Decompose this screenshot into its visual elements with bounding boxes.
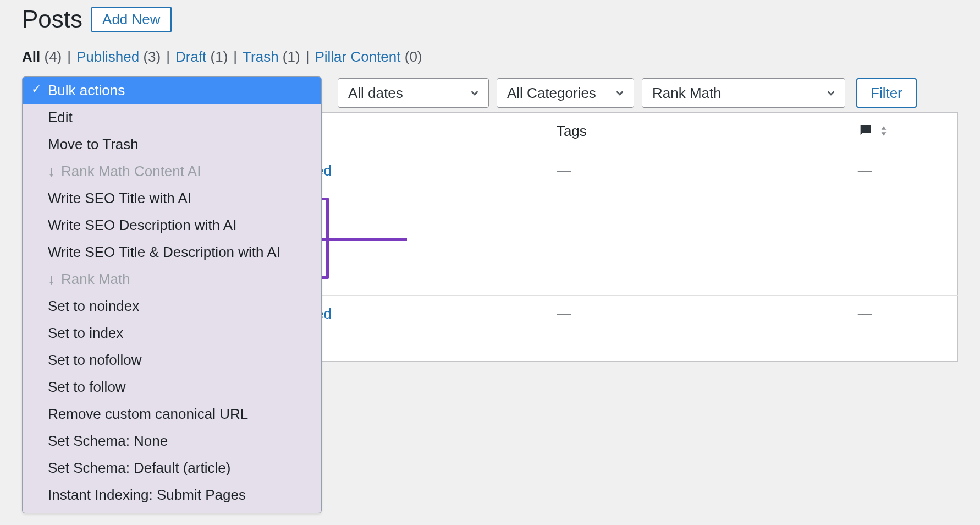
bulk-option-placeholder[interactable]: Bulk actions [23, 77, 321, 104]
filter-published[interactable]: Published (3) [76, 48, 161, 65]
bulk-group-content-ai: Rank Math Content AI [23, 158, 321, 185]
bulk-option-schema-default[interactable]: Set Schema: Default (article) [23, 455, 321, 482]
status-filters: All (4) | Published (3) | Draft (1) | Tr… [22, 48, 958, 65]
page-title: Posts [22, 6, 82, 33]
bulk-option-index[interactable]: Set to index [23, 320, 321, 347]
filter-pillar-count: (0) [405, 48, 422, 65]
filter-published-count: (3) [143, 48, 161, 65]
filter-trash-count: (1) [283, 48, 300, 65]
page-header: Posts Add New [22, 6, 958, 33]
cell-comments: — [847, 152, 958, 296]
chevron-down-icon [614, 87, 626, 99]
filter-draft-count: (1) [211, 48, 228, 65]
filter-button[interactable]: Filter [856, 78, 917, 108]
table-nav: Bulk actions Edit Move to Trash Rank Mat… [22, 76, 958, 110]
comment-icon [858, 123, 873, 142]
filter-all-count: (4) [44, 48, 62, 65]
bulk-option-trash[interactable]: Move to Trash [23, 131, 321, 158]
rank-math-select-value: Rank Math [652, 85, 722, 102]
svg-marker-0 [881, 126, 886, 130]
bulk-option-noindex[interactable]: Set to noindex [23, 293, 321, 320]
cell-tags: — [546, 296, 847, 362]
separator: | [306, 48, 310, 65]
bulk-option-follow[interactable]: Set to follow [23, 374, 321, 401]
bulk-option-instant-index[interactable]: Instant Indexing: Submit Pages [23, 482, 321, 508]
separator: | [67, 48, 71, 65]
bulk-option-nofollow[interactable]: Set to nofollow [23, 347, 321, 374]
col-comments[interactable] [847, 113, 958, 152]
dates-select-value: All dates [348, 85, 403, 102]
svg-marker-1 [881, 132, 886, 136]
sort-icon [879, 124, 889, 141]
chevron-down-icon [469, 87, 481, 99]
bulk-group-rank-math: Rank Math [23, 266, 321, 293]
categories-select[interactable]: All Categories [497, 78, 634, 108]
chevron-down-icon [825, 87, 837, 99]
filter-pillar[interactable]: Pillar Content (0) [315, 48, 422, 65]
filter-draft-label: Draft [175, 48, 206, 65]
bulk-option-schema-none[interactable]: Set Schema: None [23, 428, 321, 455]
bulk-option-write-desc[interactable]: Write SEO Description with AI [23, 212, 321, 239]
bulk-actions-dropdown[interactable]: Bulk actions Edit Move to Trash Rank Mat… [22, 76, 322, 513]
categories-select-value: All Categories [507, 85, 596, 102]
filter-all-label: All [22, 48, 40, 65]
filter-published-label: Published [76, 48, 139, 65]
col-tags[interactable]: Tags [546, 113, 847, 152]
cell-tags: — [546, 152, 847, 296]
cell-comments: — [847, 296, 958, 362]
bulk-option-edit[interactable]: Edit [23, 104, 321, 131]
bulk-option-remove-canonical[interactable]: Remove custom canonical URL [23, 401, 321, 428]
add-new-button[interactable]: Add New [91, 7, 172, 32]
filter-pillar-label: Pillar Content [315, 48, 400, 65]
separator: | [166, 48, 170, 65]
rank-math-select[interactable]: Rank Math [642, 78, 845, 108]
bulk-option-write-both[interactable]: Write SEO Title & Description with AI [23, 239, 321, 266]
dates-select[interactable]: All dates [338, 78, 489, 108]
filter-draft[interactable]: Draft (1) [175, 48, 228, 65]
filter-trash-label: Trash [243, 48, 279, 65]
separator: | [233, 48, 237, 65]
filter-all[interactable]: All (4) [22, 48, 62, 65]
bulk-option-write-title[interactable]: Write SEO Title with AI [23, 185, 321, 212]
filter-trash[interactable]: Trash (1) [243, 48, 300, 65]
